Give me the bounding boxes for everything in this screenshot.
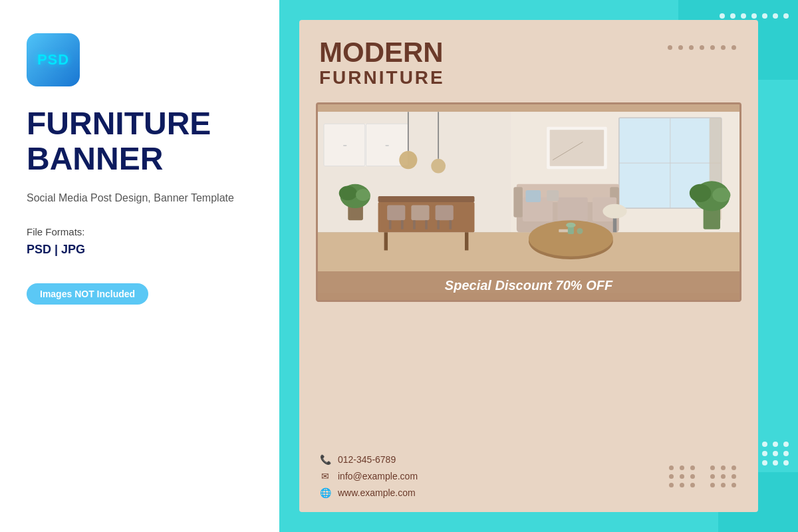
white-dot-grid-bottom (762, 442, 790, 466)
banner-bottom: 📞 012-345-6789 ✉ info@example.com 🌐 www.… (299, 442, 758, 512)
psd-badge: PSD (27, 33, 80, 86)
svg-point-54 (602, 203, 626, 218)
file-formats-values: PSD | JPG (27, 243, 253, 257)
discount-overlay: Special Discount 70% OFF (318, 271, 739, 300)
svg-rect-8 (385, 145, 388, 146)
svg-rect-7 (343, 145, 346, 146)
contact-phone: 📞 012-345-6789 (319, 454, 418, 466)
images-not-included-badge: Images NOT Included (27, 283, 148, 305)
svg-rect-47 (525, 190, 541, 201)
svg-rect-48 (547, 190, 559, 200)
svg-point-58 (712, 188, 730, 202)
svg-rect-19 (436, 205, 454, 220)
title-line1: FURNITURE (27, 106, 211, 141)
svg-point-28 (339, 186, 357, 200)
globe-icon: 🌐 (319, 487, 331, 499)
banner-headline: MODERN FURNITURE (319, 39, 445, 89)
svg-rect-12 (465, 232, 468, 250)
website-text: www.example.com (338, 487, 416, 498)
svg-rect-21 (401, 220, 404, 229)
svg-rect-11 (384, 232, 388, 250)
svg-rect-23 (425, 220, 428, 229)
file-formats-label: File Formats: (27, 226, 253, 237)
contact-list: 📞 012-345-6789 ✉ info@example.com 🌐 www.… (319, 454, 418, 499)
svg-rect-24 (437, 220, 440, 229)
svg-rect-18 (411, 205, 429, 220)
product-title: FURNITURE BANNER (27, 106, 253, 177)
svg-rect-37 (550, 130, 604, 166)
svg-rect-25 (449, 220, 452, 229)
bottom-dot-grids (669, 466, 738, 487)
svg-rect-45 (557, 197, 587, 221)
svg-rect-20 (389, 220, 392, 229)
phone-icon: 📞 (319, 454, 331, 466)
psd-badge-label: PSD (37, 51, 69, 68)
images-note-text: Images NOT Included (40, 289, 135, 299)
svg-point-52 (577, 228, 583, 234)
svg-point-60 (566, 222, 575, 227)
svg-point-29 (356, 189, 370, 201)
left-panel: PSD FURNITURE BANNER Social Media Post D… (0, 0, 279, 532)
phone-text: 012-345-6789 (338, 454, 396, 465)
contact-email: ✉ info@example.com (319, 470, 418, 482)
email-icon: ✉ (319, 470, 331, 482)
right-panel: MODERN FURNITURE (279, 0, 798, 532)
banner-title-furniture: FURNITURE (319, 66, 445, 89)
dot-grid-bottom-left (669, 466, 697, 487)
svg-point-15 (431, 158, 446, 173)
banner-top: MODERN FURNITURE (299, 20, 758, 96)
banner-title-modern: MODERN (319, 39, 445, 66)
contact-website: 🌐 www.example.com (319, 487, 418, 499)
room-svg (318, 104, 739, 300)
discount-text: Special Discount 70% OFF (445, 278, 612, 293)
dot-grid-top (668, 39, 738, 50)
banner-image-area: Special Discount 70% OFF (316, 102, 741, 302)
white-dot-grid-top (720, 13, 790, 19)
svg-point-57 (690, 184, 712, 201)
svg-rect-22 (413, 220, 416, 229)
svg-rect-42 (513, 187, 523, 217)
dot-grid-bottom-right (710, 466, 738, 487)
svg-rect-17 (387, 205, 405, 220)
product-subtitle: Social Media Post Design, Banner Templat… (27, 190, 253, 206)
banner-card: MODERN FURNITURE (299, 20, 758, 512)
title-line2: BANNER (27, 141, 163, 176)
svg-rect-9 (378, 196, 475, 202)
svg-point-13 (399, 151, 417, 169)
email-text: info@example.com (338, 471, 418, 481)
